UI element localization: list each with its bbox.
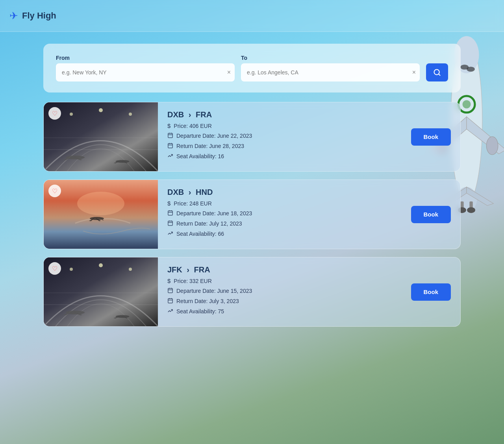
departure-1: Departure Date: June 18, 2023 [176, 210, 252, 216]
dollar-icon-1: $ [167, 200, 170, 207]
calendar-ret-svg-0 [167, 142, 173, 148]
from-field: From × [56, 55, 235, 81]
calendar-dep-svg-0 [167, 132, 173, 138]
seats-row-2: Seat Availability: 75 [167, 308, 402, 315]
to-input[interactable] [241, 63, 420, 81]
return-row-0: Return Date: June 28, 2023 [167, 142, 402, 150]
departure-2: Departure Date: June 15, 2023 [176, 288, 252, 294]
return-date-2: Return Date: July 3, 2023 [176, 298, 239, 304]
svg-point-22 [129, 113, 132, 116]
flight-info-1: DXB › HND $ Price: 248 EUR [158, 180, 411, 249]
route-arrow-2: › [187, 265, 189, 274]
calendar-dep-svg-2 [167, 287, 173, 293]
dollar-icon-2: $ [167, 278, 170, 284]
departure-row-2: Departure Date: June 15, 2023 [167, 287, 402, 294]
destination-0: FRA [196, 110, 212, 119]
book-button-2[interactable]: Book [411, 283, 451, 301]
to-clear-button[interactable]: × [412, 69, 416, 76]
route-arrow-1: › [189, 188, 191, 196]
departure-0: Departure Date: June 22, 2023 [176, 133, 252, 139]
svg-rect-23 [168, 133, 172, 138]
seats-0: Seat Availability: 16 [176, 153, 224, 159]
calendar-icon-dep-0 [167, 132, 173, 139]
flight-info-0: DXB › FRA $ Price: 406 EUR [158, 102, 411, 171]
to-label: To [241, 55, 420, 61]
calendar-ret-svg-2 [167, 298, 173, 303]
flight-image-0: ♡ [44, 102, 158, 171]
calendar-icon-dep-2 [167, 287, 173, 294]
svg-rect-50 [168, 289, 172, 293]
favorite-button-0[interactable]: ♡ [48, 107, 61, 120]
departure-row-0: Departure Date: June 22, 2023 [167, 132, 402, 139]
svg-point-32 [77, 192, 124, 215]
return-row-1: Return Date: July 12, 2023 [167, 220, 402, 227]
search-button[interactable] [426, 63, 448, 81]
dollar-icon-0: $ [167, 122, 170, 129]
seats-row-1: Seat Availability: 66 [167, 230, 402, 237]
price-2: Price: 332 EUR [174, 278, 211, 284]
flight-card: ♡ [43, 257, 461, 327]
svg-rect-27 [168, 144, 172, 148]
route-arrow-0: › [189, 110, 191, 119]
origin-0: DXB [167, 110, 184, 119]
book-button-0[interactable]: Book [411, 128, 451, 146]
departure-row-1: Departure Date: June 18, 2023 [167, 210, 402, 217]
price-row-0: $ Price: 406 EUR [167, 122, 402, 129]
destination-1: HND [196, 188, 213, 196]
from-clear-button[interactable]: × [227, 69, 231, 76]
svg-rect-34 [168, 211, 172, 215]
destination-2: FRA [194, 265, 210, 274]
return-date-0: Return Date: June 28, 2023 [176, 143, 244, 149]
seats-2: Seat Availability: 75 [176, 308, 224, 314]
seat-icon-2 [167, 308, 173, 315]
origin-1: DXB [167, 188, 184, 196]
to-input-wrap: × [241, 63, 420, 81]
search-card: From × To × [43, 44, 461, 92]
return-row-2: Return Date: July 3, 2023 [167, 298, 402, 305]
price-1: Price: 248 EUR [174, 200, 211, 207]
from-input-wrap: × [56, 63, 235, 81]
calendar-icon-ret-0 [167, 142, 173, 150]
flight-route-2: JFK › FRA [167, 265, 402, 274]
plane-icon: ✈ [9, 10, 18, 22]
to-field: To × [241, 55, 420, 81]
calendar-icon-ret-2 [167, 298, 173, 305]
flight-card-inner-1: ♡ [44, 180, 460, 249]
calendar-ret-svg-1 [167, 220, 173, 226]
brand: ✈ Fly High [9, 10, 56, 22]
svg-rect-38 [168, 221, 172, 226]
flight-image-1: ♡ [44, 180, 158, 249]
seats-1: Seat Availability: 66 [176, 231, 224, 237]
price-row-1: $ Price: 248 EUR [167, 200, 402, 207]
origin-2: JFK [167, 265, 182, 274]
svg-line-14 [439, 74, 440, 76]
price-0: Price: 406 EUR [174, 123, 211, 129]
navbar: ✈ Fly High [0, 0, 504, 32]
svg-point-47 [70, 268, 73, 271]
seats-row-0: Seat Availability: 16 [167, 153, 402, 160]
svg-point-20 [70, 113, 73, 116]
favorite-button-2[interactable]: ♡ [48, 262, 61, 275]
seat-icon-1 [167, 230, 173, 237]
book-button-1[interactable]: Book [411, 206, 451, 223]
from-label: From [56, 55, 235, 61]
svg-point-49 [129, 268, 132, 271]
svg-rect-54 [168, 299, 172, 303]
calendar-dep-svg-1 [167, 210, 173, 216]
flight-card: ♡ [43, 102, 461, 172]
from-input[interactable] [56, 63, 235, 81]
calendar-icon-ret-1 [167, 220, 173, 227]
svg-point-21 [99, 108, 103, 112]
flight-list: ♡ [43, 102, 461, 335]
calendar-icon-dep-1 [167, 210, 173, 217]
favorite-button-1[interactable]: ♡ [48, 185, 61, 197]
flight-card-inner-0: ♡ [44, 102, 460, 171]
seat-icon-0 [167, 153, 173, 160]
flight-image-2: ♡ [44, 257, 158, 326]
brand-name: Fly High [22, 11, 56, 21]
seat-svg-2 [167, 308, 173, 314]
main-content: From × To × ♡ [0, 32, 504, 346]
price-row-2: $ Price: 332 EUR [167, 278, 402, 284]
flight-route-0: DXB › FRA [167, 110, 402, 119]
search-icon [433, 68, 441, 76]
